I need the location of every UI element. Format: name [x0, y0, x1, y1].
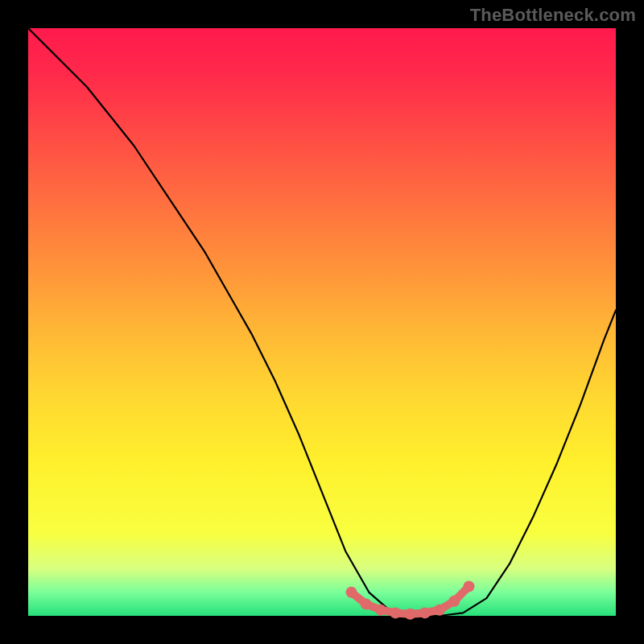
optimal-marker-dot [448, 596, 460, 607]
bottleneck-curve-path [28, 28, 616, 616]
curve-layer [28, 28, 616, 616]
optimal-marker-dot [405, 609, 416, 620]
watermark-text: TheBottleneck.com [470, 5, 636, 26]
optimal-marker-dot [361, 598, 372, 609]
optimal-marker-dot [375, 605, 386, 616]
optimal-marker-dot [346, 587, 357, 598]
chart-frame: TheBottleneck.com [0, 0, 644, 644]
optimal-marker-dot [390, 607, 401, 618]
optimal-marker-dot [434, 605, 445, 616]
plot-area [28, 28, 616, 616]
optimal-marker-dot [419, 607, 431, 618]
optimal-marker-dot [464, 581, 475, 592]
